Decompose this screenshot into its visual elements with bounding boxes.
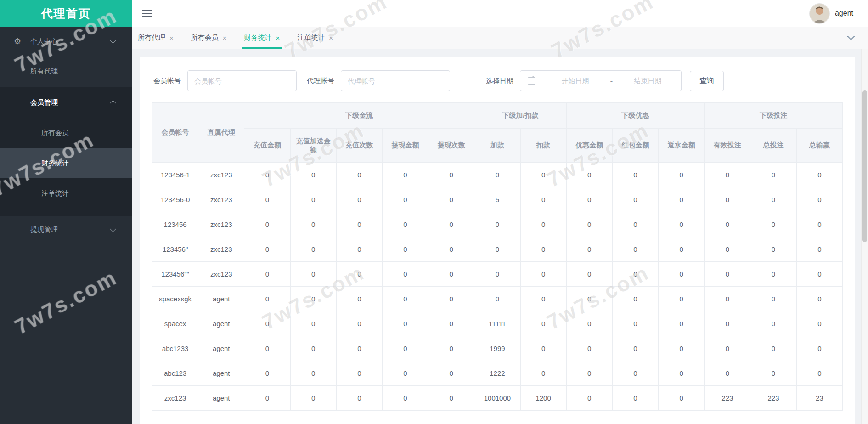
table-cell: 0	[750, 212, 796, 237]
column-header: 加款	[474, 129, 520, 163]
tab-all-members[interactable]: 所有会员×	[191, 27, 227, 49]
table-cell: 0	[705, 336, 750, 361]
tab-close-icon[interactable]: ×	[329, 34, 333, 42]
table-cell: 0	[750, 262, 796, 287]
table-cell: 23	[796, 386, 842, 411]
sidebar-item-member-management[interactable]: 会员管理	[0, 87, 132, 118]
table-cell: 0	[750, 187, 796, 212]
search-button[interactable]: 查询	[690, 71, 724, 91]
table-row: 123456-0zxc1230000050000000	[152, 187, 843, 212]
table-cell: 0	[382, 187, 428, 212]
chevron-down-icon	[110, 226, 116, 232]
table-cell: 123456-1	[152, 163, 198, 187]
table-cell: 0	[244, 187, 290, 212]
sidebar-item-order-stats[interactable]: 注单统计	[0, 178, 132, 209]
menu-toggle-icon[interactable]	[142, 10, 152, 17]
table-cell: 0	[659, 212, 705, 237]
table-cell: spacexsgk	[152, 287, 198, 311]
sidebar-item-all-agents[interactable]: 所有代理	[0, 55, 132, 87]
table-cell: 0	[290, 361, 336, 386]
column-header: 充值加送金额	[290, 129, 336, 163]
table-cell: 0	[520, 311, 566, 336]
table-cell: 0	[520, 212, 566, 237]
table-cell: 5	[474, 187, 520, 212]
chevron-up-icon	[110, 100, 116, 107]
table-cell: agent	[198, 361, 244, 386]
table-cell: 0	[566, 311, 612, 336]
sidebar-item-finance-stats[interactable]: 财务统计	[0, 148, 132, 178]
table-cell: 0	[336, 212, 382, 237]
table-cell: 1999	[474, 336, 520, 361]
table-cell: zxc123	[152, 386, 198, 411]
table-cell: abc1233	[152, 336, 198, 361]
tab-close-icon[interactable]: ×	[169, 34, 174, 42]
table-cell: 0	[474, 163, 520, 187]
scrollbar[interactable]	[861, 49, 868, 424]
table-cell: agent	[198, 287, 244, 311]
table-header-group-row: 会员帐号直属代理下级金流下级加/扣款下级优惠下级投注	[152, 103, 843, 129]
tab-all-agents[interactable]: 所有代理×	[138, 27, 174, 49]
sidebar-item-all-members[interactable]: 所有会员	[0, 118, 132, 148]
agent-account-input[interactable]	[341, 70, 450, 91]
sidebar-item-label: 财务统计	[41, 159, 69, 168]
table-cell: zxc123	[198, 262, 244, 287]
table-cell: 0	[566, 386, 612, 411]
content-card: 会员帐号 代理帐号 选择日期 开始日期 - 结束日期 查询 会员帐号直属代理下级…	[140, 57, 855, 424]
table-cell: 0	[659, 287, 705, 311]
table-cell: 0	[796, 163, 842, 187]
table-cell: 0	[796, 336, 842, 361]
tab-label: 所有代理	[138, 34, 165, 42]
table-row: zxc123agent000001001000120000022322323	[152, 386, 843, 411]
table-cell: 0	[612, 237, 658, 262]
table-cell: 0	[705, 311, 750, 336]
user-menu[interactable]: agent	[810, 1, 853, 25]
sidebar-item-withdraw-management[interactable]: 提现管理	[0, 216, 132, 243]
sidebar-item-label: 注单统计	[41, 189, 69, 198]
tab-close-icon[interactable]: ×	[223, 34, 227, 42]
date-range-input[interactable]: 开始日期 - 结束日期	[520, 70, 682, 91]
table-cell: 0	[336, 187, 382, 212]
table-cell: 0	[612, 262, 658, 287]
table-cell: agent	[198, 311, 244, 336]
tab-label: 财务统计	[244, 34, 272, 42]
tab-order-stats[interactable]: 注单统计×	[297, 27, 333, 49]
sidebar-submenu-section: 会员管理所有会员财务统计注单统计	[0, 87, 132, 216]
avatar	[810, 4, 829, 23]
table-cell: 0	[428, 212, 474, 237]
table-cell: 1200	[520, 386, 566, 411]
scrollbar-thumb[interactable]	[862, 90, 867, 242]
table-cell: 0	[566, 163, 612, 187]
table-cell: 0	[336, 361, 382, 386]
table-cell: 123456""	[152, 262, 198, 287]
table-cell: 0	[336, 237, 382, 262]
table-row: 123456""zxc1230000000000000	[152, 262, 843, 287]
table-cell: 0	[428, 163, 474, 187]
start-date-field[interactable]: 开始日期	[542, 77, 609, 85]
username: agent	[835, 9, 853, 17]
table-cell: 0	[290, 212, 336, 237]
column-header: 会员帐号	[152, 103, 198, 163]
table-cell: 0	[659, 361, 705, 386]
table-cell: 0	[520, 336, 566, 361]
table-cell: 0	[290, 287, 336, 311]
sidebar-item-personal-center[interactable]: ⚙个人中心	[0, 28, 132, 55]
end-date-field[interactable]: 结束日期	[614, 77, 681, 85]
table-cell: 1001000	[474, 386, 520, 411]
table-cell: 0	[705, 212, 750, 237]
tab-overflow-button[interactable]	[840, 27, 862, 49]
gear-icon: ⚙	[14, 37, 21, 45]
top-header: agent	[132, 0, 868, 27]
tab-finance-stats[interactable]: 财务统计×	[244, 27, 280, 49]
table-cell: 11111	[474, 311, 520, 336]
tab-label: 注单统计	[297, 34, 325, 42]
column-group-header: 下级优惠	[566, 103, 705, 129]
table-cell: 0	[382, 311, 428, 336]
table-cell: 0	[612, 287, 658, 311]
filter-bar: 会员帐号 代理帐号 选择日期 开始日期 - 结束日期 查询	[140, 57, 855, 91]
table-cell: 0	[382, 237, 428, 262]
table-cell: 0	[750, 311, 796, 336]
tab-close-icon[interactable]: ×	[276, 34, 280, 42]
sidebar-menu: ⚙个人中心所有代理会员管理所有会员财务统计注单统计提现管理	[0, 27, 132, 243]
member-account-input[interactable]	[187, 70, 297, 91]
table-cell: 0	[428, 311, 474, 336]
